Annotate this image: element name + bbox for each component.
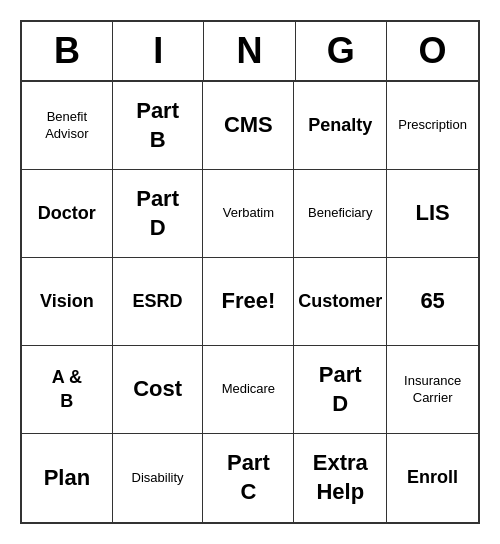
cell-text: Part C (227, 449, 270, 506)
cell-text: Insurance Carrier (404, 373, 461, 407)
cell-text: Enroll (407, 466, 458, 489)
bingo-cell: Beneficiary (294, 170, 387, 258)
bingo-cell: Insurance Carrier (387, 346, 478, 434)
cell-text: Customer (298, 290, 382, 313)
bingo-cell: Benefit Advisor (22, 82, 113, 170)
bingo-cell: CMS (203, 82, 294, 170)
cell-text: Extra Help (313, 449, 368, 506)
bingo-cell: Part B (113, 82, 204, 170)
bingo-cell: Plan (22, 434, 113, 522)
bingo-cell: Part C (203, 434, 294, 522)
cell-text: CMS (224, 111, 273, 140)
cell-text: Prescription (398, 117, 467, 134)
cell-text: Plan (44, 464, 90, 493)
header-letter: B (22, 22, 113, 80)
cell-text: Free! (221, 287, 275, 316)
bingo-cell: Doctor (22, 170, 113, 258)
cell-text: LIS (416, 199, 450, 228)
bingo-header: BINGO (22, 22, 478, 82)
bingo-cell: Disability (113, 434, 204, 522)
header-letter: I (113, 22, 204, 80)
bingo-cell: 65 (387, 258, 478, 346)
bingo-cell: Free! (203, 258, 294, 346)
cell-text: Vision (40, 290, 94, 313)
bingo-cell: Customer (294, 258, 387, 346)
bingo-cell: Vision (22, 258, 113, 346)
header-letter: G (296, 22, 387, 80)
bingo-cell: Cost (113, 346, 204, 434)
bingo-cell: Enroll (387, 434, 478, 522)
bingo-cell: Verbatim (203, 170, 294, 258)
cell-text: Penalty (308, 114, 372, 137)
cell-text: Part B (136, 97, 179, 154)
cell-text: Beneficiary (308, 205, 372, 222)
header-letter: N (204, 22, 295, 80)
cell-text: Benefit Advisor (45, 109, 88, 143)
cell-text: 65 (420, 287, 444, 316)
cell-text: A & B (52, 366, 82, 413)
cell-text: Cost (133, 375, 182, 404)
bingo-cell: Penalty (294, 82, 387, 170)
bingo-cell: Part D (113, 170, 204, 258)
cell-text: Part D (319, 361, 362, 418)
cell-text: Doctor (38, 202, 96, 225)
bingo-card: BINGO Benefit AdvisorPart BCMSPenaltyPre… (20, 20, 480, 524)
bingo-cell: Part D (294, 346, 387, 434)
cell-text: Disability (132, 470, 184, 487)
cell-text: Verbatim (223, 205, 274, 222)
bingo-cell: Medicare (203, 346, 294, 434)
header-letter: O (387, 22, 478, 80)
cell-text: ESRD (133, 290, 183, 313)
bingo-cell: LIS (387, 170, 478, 258)
bingo-cell: A & B (22, 346, 113, 434)
bingo-cell: Prescription (387, 82, 478, 170)
bingo-grid: Benefit AdvisorPart BCMSPenaltyPrescript… (22, 82, 478, 522)
cell-text: Part D (136, 185, 179, 242)
cell-text: Medicare (222, 381, 275, 398)
bingo-cell: ESRD (113, 258, 204, 346)
bingo-cell: Extra Help (294, 434, 387, 522)
